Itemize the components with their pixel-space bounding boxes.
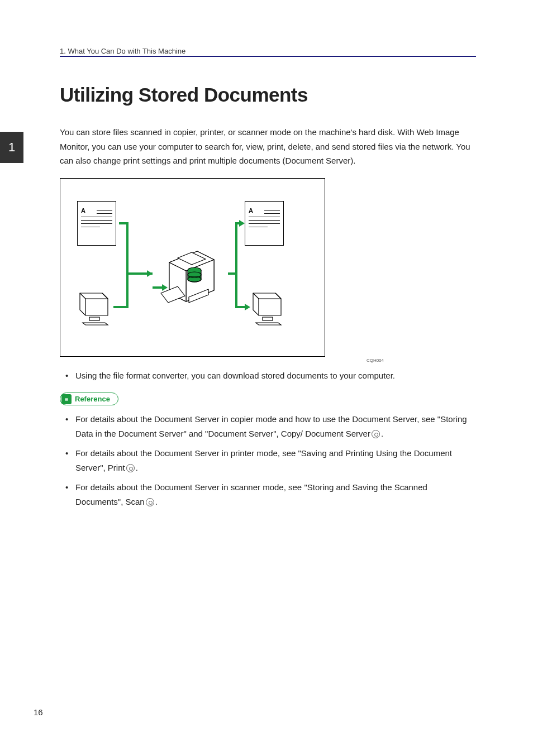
reference-list: For details about the Document Server in… (60, 412, 476, 509)
disc-icon (372, 430, 380, 438)
svg-marker-7 (239, 220, 245, 227)
page-number: 16 (34, 707, 43, 717)
page-title: Utilizing Stored Documents (60, 84, 476, 106)
ref-item-printer: For details about the Document Server in… (75, 446, 476, 475)
chapter-tab: 1 (0, 132, 23, 163)
svg-marker-5 (147, 270, 153, 277)
ref-item-copier: For details about the Document Server in… (75, 412, 476, 441)
running-header: 1. What You Can Do with This Machine (60, 47, 185, 55)
intro-paragraph: You can store files scanned in copier, p… (60, 125, 476, 168)
ref-item-scanner: For details about the Document Server in… (75, 480, 476, 509)
figure-id-label: CQH004 (60, 358, 384, 363)
reference-label: Reference (75, 395, 110, 403)
ref-text-end: . (136, 463, 138, 472)
reference-icon: ≡ (61, 394, 72, 404)
ref-text-end: . (155, 497, 158, 506)
ref-text: For details about the Document Server in… (75, 414, 467, 438)
reference-heading: ≡ Reference (60, 393, 118, 405)
ref-text: For details about the Document Server in… (75, 482, 427, 506)
feature-bullets: Using the file format converter, you can… (60, 369, 476, 383)
figure-diagram: A A (60, 178, 325, 357)
header-rule (60, 56, 476, 57)
disc-icon (126, 464, 135, 472)
flow-arrows (60, 179, 326, 357)
svg-marker-8 (245, 304, 250, 310)
page-content: Utilizing Stored Documents You can store… (60, 84, 476, 514)
svg-marker-6 (162, 284, 168, 291)
disc-icon (146, 498, 154, 506)
ref-text-end: . (381, 429, 383, 438)
bullet-format-converter: Using the file format converter, you can… (75, 369, 476, 383)
